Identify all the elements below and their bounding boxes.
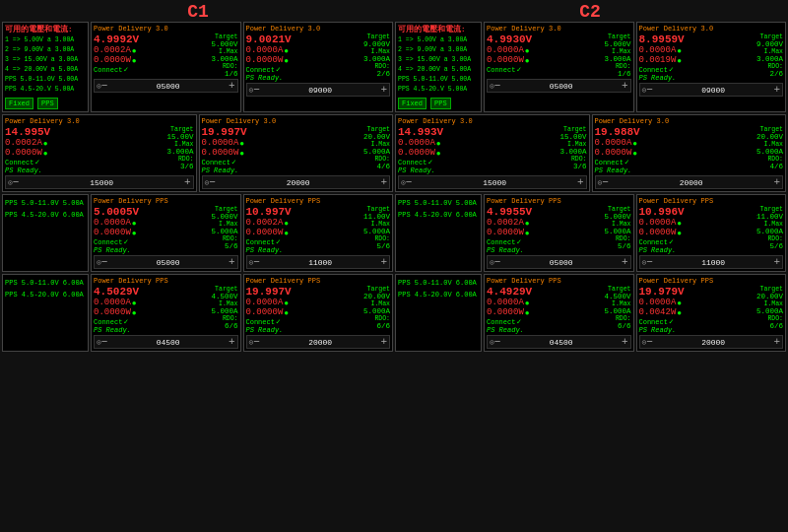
c1-s1-p2-title: Power Delivery 3.0: [246, 25, 391, 33]
c1-s1-p1-current: 0.0002A: [94, 45, 131, 55]
c1-s3-panel2: Power Delivery PPS 10.997V 0.0002A● 0.00…: [243, 194, 394, 272]
c1-s1-meter2: 09000: [260, 86, 380, 95]
c1-s1-panel1: Power Delivery 3.0 4.9992V 0.0002A ● 0.0…: [91, 22, 241, 112]
c1-s1-p1-target-v: 5.000V: [211, 40, 237, 48]
c2-s3-panel1: Power Delivery PPS 4.9955V 0.0002A● 0.00…: [484, 194, 634, 272]
c1-s1-p2-power: 0.0000W: [246, 55, 284, 65]
fixed-button[interactable]: Fixed: [5, 98, 33, 109]
c1-s1-p1-rdo-label: RDO:: [211, 63, 237, 70]
c2-s4-info: PPS 5.0-11.0V 6.00A PPS 4.5-20.0V 6.00A: [395, 274, 482, 352]
c1-s2-p1-voltage: 14.995V: [5, 126, 164, 138]
c2-info-panel: 可用的電壓和電流: 1 => 5.00V a 3.00A 2 => 9.00V …: [395, 22, 482, 112]
meter-minus1[interactable]: −: [101, 80, 108, 92]
c1-s2-panel1: Power Delivery 3.0 14.995V 0.0002A● 0.00…: [2, 114, 197, 192]
c1-info-title: 可用的電壓和電流:: [5, 25, 86, 34]
c1-s1-p2-voltage: 9.0021V: [246, 33, 361, 45]
c2-title: C2: [394, 2, 786, 22]
c1-s2-p1-current: 0.0002A: [5, 138, 42, 148]
c1-info-panel: 可用的電壓和電流: 1 => 5.00V a 3.00A 2 => 9.00V …: [2, 22, 89, 112]
c2-s4-panel2: Power Delivery PPS 19.979V 0.0000A● 0.00…: [636, 274, 787, 352]
c2-s3-info: PPS 5.0-11.0V 5.00A PPS 4.5-20.0V 6.00A: [395, 194, 482, 272]
c1-s2-p1-ps: PS Ready.: [5, 166, 164, 174]
c1-info-line2: 2 => 9.00V a 3.00A: [5, 45, 86, 55]
c1-s2-p1-power: 0.0000W: [5, 148, 42, 158]
c1-s1-p1-dot1: ●: [132, 46, 137, 55]
c1-s1-panel2: Power Delivery 3.0 9.0021V 0.0000A ● 0.0…: [243, 22, 394, 112]
c1-s4-panel1: Power Delivery PPS 4.5029V 0.0000A● 0.00…: [91, 274, 241, 352]
c1-s2-panel2: Power Delivery 3.0 19.997V 0.0000A● 0.00…: [199, 114, 394, 192]
c1-info-line1: 1 => 5.00V a 3.00A: [5, 35, 86, 45]
c1-s1-p1-connect: Connect: [94, 66, 122, 74]
c1-s1-p2-rdo: 2/6: [363, 70, 390, 78]
meter-plus1[interactable]: +: [229, 80, 235, 92]
c1-info-line5: PPS 5.0-11.0V 5.00A: [5, 75, 86, 85]
c1-s2-p1-title: Power Delivery 3.0: [5, 117, 194, 125]
c1-s1-p1-power: 0.0000W: [94, 55, 131, 65]
c1-s1-p1-voltage: 4.9992V: [94, 33, 209, 45]
c1-title: C1: [2, 2, 394, 22]
meter-minus2[interactable]: −: [253, 84, 260, 96]
c1-info-line3: 3 => 15.00V a 3.00A: [5, 55, 86, 65]
c1-s1-p1-dot3: ✓: [123, 65, 128, 74]
meter-plus2[interactable]: +: [380, 84, 387, 96]
c1-s1-p1-dot2: ●: [132, 56, 137, 65]
c1-s1-p2-connect: Connect: [246, 66, 275, 74]
c1-s1-p2-target-v: 9.000V: [363, 40, 390, 48]
c1-s1-p2-current: 0.0000A: [246, 45, 284, 55]
c2-pps-button[interactable]: PPS: [430, 98, 451, 109]
c2-s2-panel1: Power Delivery 3.0 14.993V 0.0000A● 0.00…: [395, 114, 590, 192]
c1-s1-p1-title: Power Delivery 3.0: [94, 25, 238, 33]
c1-s1-p1-imax: 3.000A: [211, 55, 237, 63]
c1-s4-panel2: Power Delivery PPS 19.997V 0.0000A● 0.00…: [243, 274, 394, 352]
c1-s3-panel1: Power Delivery PPS 5.0005V 0.0000A● 0.00…: [91, 194, 241, 272]
pps-button[interactable]: PPS: [37, 98, 58, 109]
c1-s1-p1-rdo: 1/6: [211, 70, 237, 78]
c2-s1-panel2: Power Delivery 3.0 8.9959V 0.0000A● 0.00…: [636, 22, 787, 112]
c1-s1-p1-imax-label: I.Max: [211, 48, 237, 55]
c2-fixed-button[interactable]: Fixed: [398, 98, 427, 109]
c1-s1-meter1: 05000: [107, 82, 228, 91]
c2-s4-panel1: Power Delivery PPS 4.4929V 0.0000A● 0.00…: [484, 274, 634, 352]
c2-column: 可用的電壓和電流: 1 => 5.00V a 3.00A 2 => 9.00V …: [395, 22, 786, 530]
c1-column: 可用的電壓和電流: 1 => 5.00V a 3.00A 2 => 9.00V …: [2, 22, 393, 530]
c2-s1-panel1: Power Delivery 3.0 4.9930V 0.0000A● 0.00…: [484, 22, 634, 112]
c1-info-line4: 4 => 20.00V a 5.00A: [5, 65, 86, 75]
c2-s2-panel2: Power Delivery 3.0 19.988V 0.0000A● 0.00…: [592, 114, 787, 192]
c2-s3-panel2: Power Delivery PPS 10.996V 0.0000A● 0.00…: [636, 194, 787, 272]
c1-s1-p2-ps: PS Ready.: [246, 74, 361, 82]
c1-info-line6: PPS 4.5-20.V 5.00A: [5, 85, 86, 95]
c1-s3-info: PPS 5.0-11.0V 5.00A PPS 4.5-20.0V 6.00A: [2, 194, 89, 272]
c1-s1-p2-imax: 3.000A: [363, 55, 390, 63]
c1-s1-p1-target-label: Target: [211, 33, 237, 40]
c1-s2-p1-connect: Connect: [5, 159, 33, 166]
c1-s4-info: PPS 5.0-11.0V 6.00A PPS 4.5-20.0V 6.00A: [2, 274, 89, 352]
